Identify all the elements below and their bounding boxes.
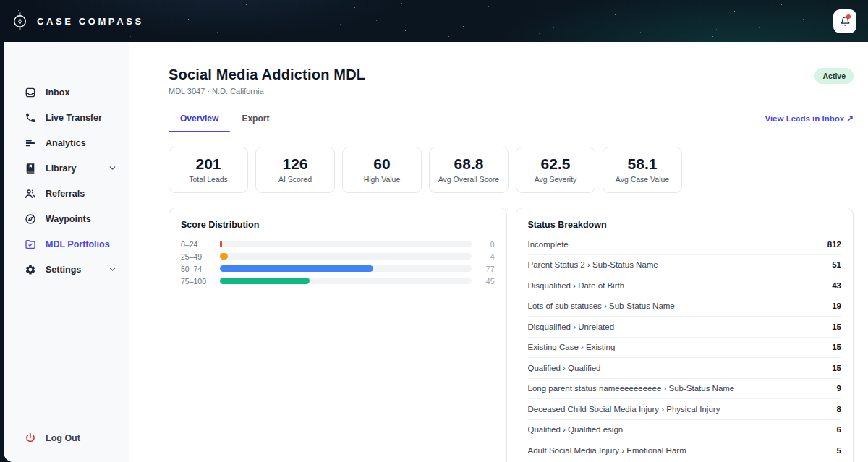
sidebar-item-waypoints[interactable]: Waypoints: [4, 206, 129, 231]
score-bar-fill: [220, 253, 228, 260]
people-icon: [25, 188, 36, 200]
sidebar-item-referrals[interactable]: Referrals: [4, 181, 129, 206]
status-label: Qualified › Qualified esign: [528, 425, 624, 434]
page-title: Social Media Addiction MDL: [169, 67, 365, 83]
score-bar-track: [220, 253, 472, 260]
sidebar-nav: InboxLive TransferAnalyticsLibraryReferr…: [4, 80, 129, 425]
tabs-row: OverviewExport View Leads in Inbox ↗: [169, 106, 854, 132]
status-label: Long parent status nameeeeeeeeee › Sub-S…: [528, 384, 735, 393]
status-breakdown-title: Status Breakdown: [528, 220, 842, 230]
status-breakdown-list: Incomplete812Parent Status 2 › Sub-Statu…: [528, 234, 842, 462]
notifications-button[interactable]: [833, 9, 856, 33]
main-content: Social Media Addiction MDL MDL 3047 · N.…: [129, 42, 868, 462]
status-label: Lots of sub statuses › Sub-Status Name: [528, 301, 675, 310]
score-bar-fill: [220, 241, 222, 247]
content-shell: InboxLive TransferAnalyticsLibraryReferr…: [4, 42, 868, 462]
status-label: Deceased Child Social Media Injury › Phy…: [528, 405, 720, 414]
score-range-label: 0–24: [181, 240, 213, 249]
compass-logo-icon: [10, 12, 30, 31]
logout-label: Log Out: [46, 433, 80, 443]
status-label: Parent Status 2 › Sub-Status Name: [528, 260, 658, 269]
status-row: Long parent status nameeeeeeeeee › Sub-S…: [528, 379, 842, 400]
page-subtitle: MDL 3047 · N.D. California: [169, 87, 365, 95]
notification-dot: [846, 14, 851, 19]
tab-overview[interactable]: Overview: [169, 106, 230, 132]
stat-value: 126: [282, 156, 307, 172]
page-title-block: Social Media Addiction MDL MDL 3047 · N.…: [169, 67, 365, 95]
score-count: 45: [479, 277, 495, 286]
score-bar-track: [220, 278, 472, 284]
sidebar-item-label: Inbox: [46, 87, 69, 98]
stat-card-ai-scored: 126AI Scored: [255, 147, 335, 193]
sidebar-item-inbox[interactable]: Inbox: [4, 80, 129, 105]
status-breakdown-panel: Status Breakdown Incomplete812Parent Sta…: [516, 208, 854, 462]
sidebar-item-label: Referrals: [46, 189, 85, 199]
compass-icon: [25, 213, 36, 225]
score-count: 4: [479, 252, 495, 261]
status-row: Existing Case › Existing15: [528, 338, 842, 359]
status-count: 6: [828, 425, 841, 434]
tabs: OverviewExport: [169, 106, 281, 132]
sidebar-item-analytics[interactable]: Analytics: [4, 130, 129, 155]
chevron-down-icon: [108, 163, 117, 173]
status-row: Qualified › Qualified esign6: [528, 420, 842, 441]
page-header: Social Media Addiction MDL MDL 3047 · N.…: [169, 67, 854, 95]
stat-value: 58.1: [628, 156, 658, 172]
score-range-label: 25–49: [181, 252, 213, 261]
stat-card-avg-severity: 62.5Avg Severity: [516, 147, 595, 193]
sidebar-item-label: MDL Portfolios: [46, 239, 110, 249]
status-count: 9: [828, 384, 841, 393]
stat-label: Avg Case Value: [616, 175, 669, 184]
status-count: 19: [823, 301, 841, 310]
sidebar: InboxLive TransferAnalyticsLibraryReferr…: [4, 42, 129, 462]
tab-export[interactable]: Export: [230, 106, 281, 132]
score-bar-row: 0–240: [181, 241, 495, 247]
sidebar-item-settings[interactable]: Settings: [4, 257, 129, 282]
status-row: Lots of sub statuses › Sub-Status Name19: [528, 296, 842, 317]
score-bar-row: 50–7477: [181, 265, 495, 272]
score-count: 0: [479, 240, 495, 249]
sidebar-item-live-transfer[interactable]: Live Transfer: [4, 105, 129, 130]
sidebar-item-library[interactable]: Library: [4, 155, 129, 181]
stat-card-avg-case-value: 58.1Avg Case Value: [603, 147, 682, 193]
power-icon: [25, 432, 36, 444]
status-count: 15: [823, 343, 841, 351]
panels: Score Distribution 0–24025–49450–747775–…: [169, 208, 854, 462]
stat-cards: 201Total Leads126AI Scored60High Value68…: [169, 147, 854, 193]
stat-card-avg-overall-score: 68.8Avg Overall Score: [429, 147, 509, 193]
book-icon: [25, 163, 36, 174]
inbox-icon: [25, 87, 36, 98]
status-count: 43: [823, 281, 841, 290]
status-count: 812: [819, 240, 841, 249]
starfield-decoration: [0, 0, 1, 1]
logout-button[interactable]: Log Out: [4, 425, 129, 450]
app-root: CASE COMPASS InboxLive TransferAnalytics…: [0, 0, 868, 462]
score-bar-fill: [220, 265, 373, 272]
chevron-down-icon: [108, 265, 117, 274]
status-count: 15: [823, 322, 841, 331]
top-bar: CASE COMPASS: [0, 0, 868, 42]
score-count: 77: [479, 265, 495, 273]
status-label: Disqualified › Unrelated: [528, 322, 615, 331]
status-count: 51: [823, 260, 841, 269]
view-leads-link[interactable]: View Leads in Inbox ↗: [765, 114, 854, 132]
status-row: Parent Status 2 › Sub-Status Name51: [528, 255, 842, 276]
sidebar-item-label: Library: [46, 163, 76, 174]
stat-label: Avg Severity: [535, 175, 577, 184]
score-distribution-chart: 0–24025–49450–747775–10045: [181, 241, 495, 284]
score-bar-track: [220, 265, 472, 272]
status-label: Adult Social Media Injury › Emotional Ha…: [528, 446, 686, 455]
status-badge: Active: [814, 68, 854, 84]
status-label: Disqualified › Date of Birth: [528, 281, 625, 290]
stat-value: 62.5: [541, 156, 571, 172]
stat-label: AI Scored: [278, 175, 312, 184]
status-label: Incomplete: [528, 240, 569, 249]
status-row: Qualified › Qualified15: [528, 358, 842, 379]
score-bar-fill: [220, 278, 310, 284]
sidebar-item-mdl-portfolios[interactable]: MDL Portfolios: [4, 231, 129, 257]
score-bar-track: [220, 241, 472, 247]
stat-card-total-leads: 201Total Leads: [169, 147, 248, 193]
phone-icon: [25, 112, 36, 124]
stat-value: 201: [195, 156, 221, 172]
folder-check-icon: [25, 239, 36, 250]
